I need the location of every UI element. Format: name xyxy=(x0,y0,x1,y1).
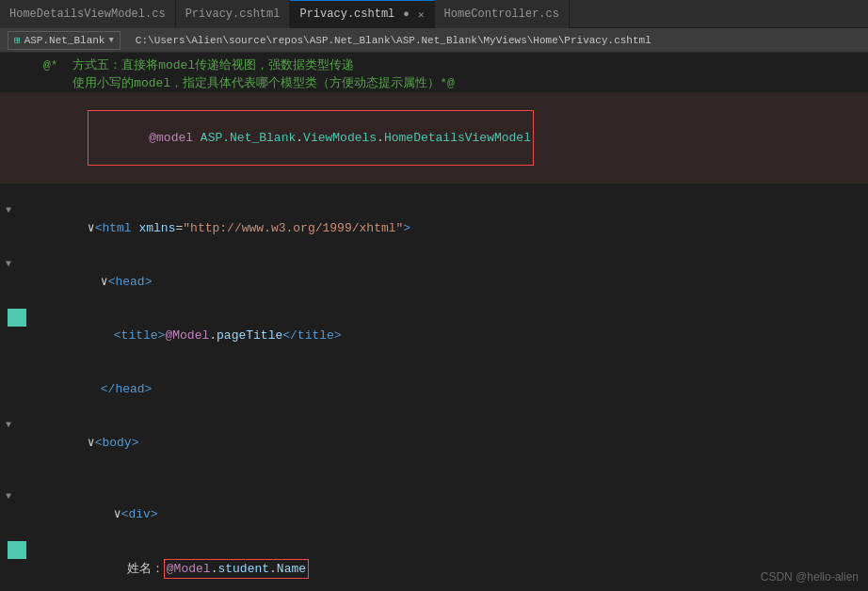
tab-privacy-1[interactable]: Privacy.cshtml xyxy=(176,0,291,28)
line-content-name: 姓名：@Model.student.Name xyxy=(43,541,859,591)
code-line-title: <title>@Model.pageTitle</title> xyxy=(0,309,868,362)
code-line-div1-open: ∨<div> xyxy=(0,487,868,541)
tab-homecontroller[interactable]: HomeController.cs xyxy=(435,0,570,28)
line-content-div1: ∨<div> xyxy=(43,487,859,541)
tab-homedetailsviewmodel[interactable]: HomeDetailsViewModel.cs xyxy=(0,0,176,28)
toolbar: ⊞ ASP.Net_Blank ▼ C:\Users\Alien\source\… xyxy=(0,28,868,53)
line-content-2: 使用小写的model，指定具体代表哪个模型类（方便动态提示属性）*@ xyxy=(43,74,859,92)
code-line-head-close: </head> xyxy=(0,362,868,416)
watermark-text: CSDN @hello-alien xyxy=(761,570,859,583)
project-selector[interactable]: ⊞ ASP.Net_Blank ▼ xyxy=(8,31,121,50)
tab-privacy-active[interactable]: Privacy.cshtml ● ✕ xyxy=(290,0,434,28)
project-icon: ⊞ xyxy=(14,34,21,46)
tab-label: HomeController.cs xyxy=(444,8,559,21)
tab-label: Privacy.cshtml xyxy=(299,8,394,21)
line-content-html: ∨<html xmlns="http://www.w3.org/1999/xht… xyxy=(43,201,859,255)
code-line-empty-1 xyxy=(0,184,868,201)
code-line-1: @* 方式五：直接将model传递给视图，强数据类型传递 xyxy=(0,56,868,74)
code-line-model-directive: @model ASP.Net_Blank.ViewModels.HomeDeta… xyxy=(0,92,868,184)
editor-area: @* 方式五：直接将model传递给视图，强数据类型传递 使用小写的model，… xyxy=(0,53,868,591)
code-line-body-open: ∨<body> xyxy=(0,416,868,470)
code-line-empty-2 xyxy=(0,470,868,487)
line-content-title: <title>@Model.pageTitle</title> xyxy=(43,309,859,362)
line-content-head: ∨<head> xyxy=(43,255,859,309)
tab-bar: HomeDetailsViewModel.cs Privacy.cshtml P… xyxy=(0,0,868,28)
line-content-model: @model ASP.Net_Blank.ViewModels.HomeDeta… xyxy=(43,92,859,184)
collapse-div1[interactable] xyxy=(6,487,11,505)
code-line-name: 姓名：@Model.student.Name xyxy=(0,541,868,591)
code-line-head-open: ∨<head> xyxy=(0,255,868,309)
collapse-head[interactable] xyxy=(6,255,11,273)
collapse-html[interactable] xyxy=(6,201,11,219)
filepath-display: C:\Users\Alien\source\repos\ASP.Net_Blan… xyxy=(136,35,651,46)
line-content-head-close: </head> xyxy=(43,362,859,416)
tab-close-button[interactable]: ✕ xyxy=(418,8,425,21)
tab-label: Privacy.cshtml xyxy=(185,8,281,21)
code-line-html-open: ∨<html xmlns="http://www.w3.org/1999/xht… xyxy=(0,201,868,255)
collapse-body[interactable] xyxy=(6,416,11,434)
line-content-body: ∨<body> xyxy=(43,416,859,470)
tab-label: HomeDetailsViewModel.cs xyxy=(9,8,166,21)
line-content-1: @* 方式五：直接将model传递给视图，强数据类型传递 xyxy=(43,56,859,74)
project-name: ASP.Net_Blank xyxy=(24,35,105,46)
dropdown-arrow-icon: ▼ xyxy=(108,36,113,45)
tab-modified-icon: ● xyxy=(403,8,410,20)
code-line-2: 使用小写的model，指定具体代表哪个模型类（方便动态提示属性）*@ xyxy=(0,74,868,92)
